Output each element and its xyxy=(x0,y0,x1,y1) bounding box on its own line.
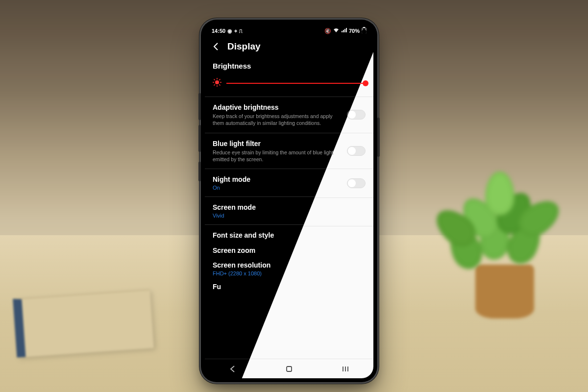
nav-recents-button[interactable] xyxy=(331,365,360,373)
notebook-prop xyxy=(13,289,154,357)
adaptive-brightness-toggle[interactable] xyxy=(347,110,366,120)
brightness-icon xyxy=(213,78,221,89)
svg-point-3 xyxy=(215,80,219,84)
night-mode-toggle[interactable] xyxy=(347,178,366,188)
status-bar: 14:50 ◉ ⌖ ⎍ 🔇 70% xyxy=(205,24,373,36)
brightness-slider[interactable] xyxy=(226,83,366,84)
battery-text: 70% xyxy=(349,28,360,34)
svg-line-11 xyxy=(219,79,220,80)
front-camera-hole xyxy=(362,29,367,34)
svg-rect-1 xyxy=(363,27,365,28)
svg-line-10 xyxy=(214,84,215,85)
blue-light-sub: Reduce eye strain by limiting the amount… xyxy=(213,148,342,163)
wifi-icon xyxy=(333,28,339,34)
blue-light-toggle[interactable] xyxy=(347,146,366,156)
svg-rect-28 xyxy=(287,367,292,371)
back-button[interactable] xyxy=(212,42,220,51)
signal-icon xyxy=(341,28,347,34)
svg-line-9 xyxy=(219,84,220,85)
notification-icon: ◉ xyxy=(227,28,232,34)
status-time: 14:50 xyxy=(212,28,225,34)
plant-prop xyxy=(446,172,564,318)
phone-frame: 14:50 ◉ ⌖ ⎍ 🔇 70% xyxy=(201,20,377,382)
location-icon: ⌖ xyxy=(234,28,237,34)
blue-light-label: Blue light filter xyxy=(213,139,342,148)
bluetooth-icon: ⎍ xyxy=(239,28,243,34)
mute-icon: 🔇 xyxy=(324,28,331,34)
section-brightness: Brightness xyxy=(213,59,366,75)
nav-back-button[interactable] xyxy=(218,365,247,373)
adaptive-brightness-sub: Keep track of your brightness adjustment… xyxy=(213,112,342,126)
setting-adaptive-brightness[interactable]: Adaptive brightness Keep track of your b… xyxy=(213,98,366,132)
adaptive-brightness-label: Adaptive brightness xyxy=(213,103,342,112)
nav-home-button[interactable] xyxy=(274,365,304,373)
svg-line-8 xyxy=(214,79,215,80)
page-title: Display xyxy=(227,41,261,52)
